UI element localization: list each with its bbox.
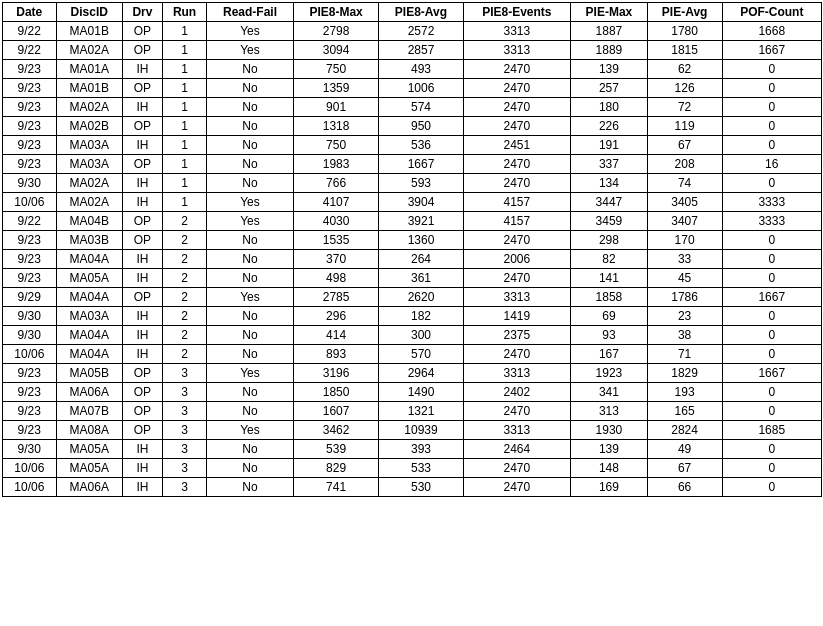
table-cell-10-7: 4157	[463, 212, 571, 231]
table-cell-22-4: No	[207, 440, 294, 459]
table-cell-5-10: 0	[722, 117, 821, 136]
table-cell-2-10: 0	[722, 60, 821, 79]
table-row: 9/23MA01AIH1No7504932470139620	[3, 60, 822, 79]
table-cell-1-1: MA02A	[56, 41, 122, 60]
table-cell-14-7: 3313	[463, 288, 571, 307]
table-cell-16-6: 300	[379, 326, 463, 345]
table-cell-1-9: 1815	[647, 41, 722, 60]
table-cell-8-0: 9/30	[3, 174, 57, 193]
table-row: 9/23MA02BOP1No131895024702261190	[3, 117, 822, 136]
table-cell-14-0: 9/29	[3, 288, 57, 307]
table-cell-21-3: 3	[162, 421, 206, 440]
table-cell-15-6: 182	[379, 307, 463, 326]
table-cell-7-6: 1667	[379, 155, 463, 174]
table-cell-4-10: 0	[722, 98, 821, 117]
table-cell-20-5: 1607	[293, 402, 379, 421]
table-cell-17-3: 2	[162, 345, 206, 364]
table-cell-2-1: MA01A	[56, 60, 122, 79]
table-cell-13-9: 45	[647, 269, 722, 288]
table-cell-5-0: 9/23	[3, 117, 57, 136]
table-cell-19-3: 3	[162, 383, 206, 402]
table-cell-1-5: 3094	[293, 41, 379, 60]
table-cell-10-6: 3921	[379, 212, 463, 231]
table-cell-11-8: 298	[571, 231, 647, 250]
table-cell-9-4: Yes	[207, 193, 294, 212]
table-cell-15-1: MA03A	[56, 307, 122, 326]
table-cell-24-4: No	[207, 478, 294, 497]
column-header-1: DiscID	[56, 3, 122, 22]
table-row: 9/23MA03BOP2No1535136024702981700	[3, 231, 822, 250]
table-cell-2-0: 9/23	[3, 60, 57, 79]
table-cell-18-10: 1667	[722, 364, 821, 383]
table-cell-9-1: MA02A	[56, 193, 122, 212]
table-cell-22-3: 3	[162, 440, 206, 459]
table-cell-7-9: 208	[647, 155, 722, 174]
table-cell-5-8: 226	[571, 117, 647, 136]
table-cell-19-8: 341	[571, 383, 647, 402]
table-cell-17-0: 10/06	[3, 345, 57, 364]
table-cell-10-0: 9/22	[3, 212, 57, 231]
table-row: 9/23MA05AIH2No4983612470141450	[3, 269, 822, 288]
table-cell-1-10: 1667	[722, 41, 821, 60]
table-row: 9/29MA04AOP2Yes278526203313185817861667	[3, 288, 822, 307]
table-cell-20-9: 165	[647, 402, 722, 421]
table-cell-2-7: 2470	[463, 60, 571, 79]
table-cell-17-9: 71	[647, 345, 722, 364]
table-cell-12-1: MA04A	[56, 250, 122, 269]
table-row: 10/06MA04AIH2No8935702470167710	[3, 345, 822, 364]
table-cell-13-6: 361	[379, 269, 463, 288]
table-cell-19-2: OP	[123, 383, 163, 402]
table-cell-3-5: 1359	[293, 79, 379, 98]
table-row: 9/22MA01BOP1Yes279825723313188717801668	[3, 22, 822, 41]
table-cell-24-3: 3	[162, 478, 206, 497]
table-cell-19-5: 1850	[293, 383, 379, 402]
table-cell-23-2: IH	[123, 459, 163, 478]
table-cell-9-2: IH	[123, 193, 163, 212]
table-cell-19-6: 1490	[379, 383, 463, 402]
table-cell-21-5: 3462	[293, 421, 379, 440]
table-row: 9/22MA02AOP1Yes309428573313188918151667	[3, 41, 822, 60]
table-cell-13-3: 2	[162, 269, 206, 288]
table-cell-0-3: 1	[162, 22, 206, 41]
table-cell-1-7: 3313	[463, 41, 571, 60]
table-row: 9/23MA02AIH1No9015742470180720	[3, 98, 822, 117]
table-cell-7-5: 1983	[293, 155, 379, 174]
table-cell-15-3: 2	[162, 307, 206, 326]
table-cell-12-9: 33	[647, 250, 722, 269]
table-cell-19-9: 193	[647, 383, 722, 402]
table-cell-22-10: 0	[722, 440, 821, 459]
table-cell-0-8: 1887	[571, 22, 647, 41]
column-header-6: PIE8-Avg	[379, 3, 463, 22]
table-cell-24-8: 169	[571, 478, 647, 497]
table-cell-17-1: MA04A	[56, 345, 122, 364]
table-cell-13-0: 9/23	[3, 269, 57, 288]
table-cell-16-2: IH	[123, 326, 163, 345]
table-cell-0-7: 3313	[463, 22, 571, 41]
table-cell-4-5: 901	[293, 98, 379, 117]
table-cell-15-2: IH	[123, 307, 163, 326]
table-row: 10/06MA02AIH1Yes410739044157344734053333	[3, 193, 822, 212]
column-header-5: PIE8-Max	[293, 3, 379, 22]
table-cell-7-10: 16	[722, 155, 821, 174]
table-cell-1-6: 2857	[379, 41, 463, 60]
table-cell-11-0: 9/23	[3, 231, 57, 250]
table-cell-0-2: OP	[123, 22, 163, 41]
table-cell-2-2: IH	[123, 60, 163, 79]
table-row: 9/23MA03AOP1No19831667247033720816	[3, 155, 822, 174]
table-cell-22-9: 49	[647, 440, 722, 459]
table-cell-16-3: 2	[162, 326, 206, 345]
table-cell-5-6: 950	[379, 117, 463, 136]
table-cell-24-9: 66	[647, 478, 722, 497]
table-cell-2-3: 1	[162, 60, 206, 79]
table-cell-17-7: 2470	[463, 345, 571, 364]
table-cell-24-6: 530	[379, 478, 463, 497]
table-cell-7-0: 9/23	[3, 155, 57, 174]
table-cell-2-8: 139	[571, 60, 647, 79]
header-row: DateDiscIDDrvRunRead-FailPIE8-MaxPIE8-Av…	[3, 3, 822, 22]
table-cell-9-8: 3447	[571, 193, 647, 212]
table-cell-15-8: 69	[571, 307, 647, 326]
table-row: 10/06MA06AIH3No7415302470169660	[3, 478, 822, 497]
column-header-4: Read-Fail	[207, 3, 294, 22]
table-cell-4-6: 574	[379, 98, 463, 117]
table-cell-18-6: 2964	[379, 364, 463, 383]
